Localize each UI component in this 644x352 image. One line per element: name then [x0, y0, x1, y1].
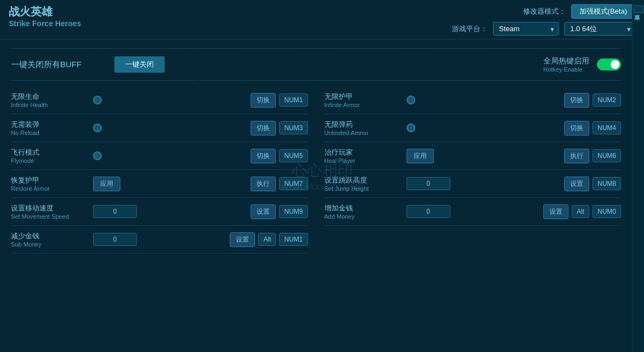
hotkey-label-block: 全局热键启用 Hotkey Enable [543, 56, 589, 73]
left-column: 无限生命 Infinite Health 切换 NUM1 [11, 86, 308, 254]
input-add-money[interactable] [407, 205, 450, 218]
btn-switch-unlimited-ammo[interactable]: 切换 [564, 121, 589, 136]
btn-execute-restore-armor[interactable]: 执行 [251, 177, 276, 191]
feature-row-heal-player: 治疗玩家 Heal Player 应用 执行 NUM6 [324, 142, 622, 170]
label-flymode-cn: 飞行模式 [11, 148, 88, 157]
hotkey-unlimited-ammo: NUM4 [593, 121, 621, 134]
sidebar-btn-1[interactable]: 菜单 [634, 5, 643, 13]
hotkey-sub-money-alt: Alt [258, 233, 276, 246]
toggle-flymode[interactable] [93, 151, 102, 160]
feature-row-infinite-health: 无限生命 Infinite Health 切换 NUM1 [11, 86, 308, 114]
label-restore-armor-cn: 恢复护甲 [11, 175, 88, 185]
toggle-infinite-armor[interactable] [407, 96, 415, 104]
toggle-no-reload[interactable] [93, 124, 102, 132]
btn-switch-infinite-health[interactable]: 切换 [251, 93, 276, 108]
main-content: 一键关闭所有BUFF 一键关闭 全局热键启用 Hotkey Enable 无限生… [0, 39, 632, 259]
header: 战火英雄 Strike Force Heroes 修改器模式： 加强模式(Bet… [0, 0, 644, 39]
label-add-money-cn: 增加金钱 [324, 203, 401, 213]
feature-row-movement-speed: 设置移动速度 Set Movement Speed 设置 NUM9 [11, 198, 308, 226]
feature-row-jump-height: 设置跳跃高度 Set Jump Height 设置 NUM8 [324, 170, 622, 198]
btn-set-jump-height[interactable]: 设置 [564, 177, 589, 191]
btn-switch-infinite-armor[interactable]: 切换 [564, 93, 589, 108]
feature-row-add-money: 增加金钱 Add Money 设置 Alt NUM0 [324, 198, 622, 226]
toggle-infinite-health[interactable] [93, 96, 102, 104]
all-buffs-right: 全局热键启用 Hotkey Enable [543, 56, 621, 73]
modifier-row: 修改器模式： 加强模式(Beta) [523, 4, 635, 19]
label-infinite-health-cn: 无限生命 [11, 92, 88, 102]
hotkey-toggle[interactable] [597, 58, 621, 71]
input-sub-money[interactable] [93, 233, 137, 246]
label-movement-speed-cn: 设置移动速度 [11, 203, 88, 213]
all-buffs-label: 一键关闭所有BUFF [11, 60, 82, 70]
btn-switch-no-reload[interactable]: 切换 [251, 121, 276, 136]
btn-set-sub-money[interactable]: 设置 [230, 232, 255, 247]
label-movement-speed-en: Set Movement Speed [11, 213, 88, 220]
close-all-button[interactable]: 一键关闭 [114, 56, 165, 73]
right-column: 无限护甲 Infinite Armor 切换 NUM2 [324, 86, 622, 254]
label-infinite-armor-en: Infinite Armor [324, 102, 401, 108]
platform-row: 游戏平台： Steam Epic 1.0 64位 1.0 32位 [452, 22, 635, 36]
label-flymode-en: Flymode [11, 157, 88, 164]
label-no-reload-en: No Reload [11, 130, 88, 136]
toggle-unlimited-ammo[interactable] [407, 124, 415, 132]
btn-apply-restore-armor[interactable]: 应用 [93, 177, 120, 191]
feature-row-restore-armor: 恢复护甲 Restore Armor 应用 执行 NUM7 [11, 170, 308, 198]
label-unlimited-ammo-cn: 无限弹药 [324, 120, 401, 130]
all-buffs-left: 一键关闭所有BUFF 一键关闭 [11, 56, 165, 73]
feature-row-no-reload: 无需装弹 No Reload 切换 NUM3 [11, 114, 308, 142]
platform-label: 游戏平台： [452, 24, 488, 34]
hotkey-infinite-armor: NUM2 [593, 93, 621, 107]
platform-select-wrapper[interactable]: Steam Epic [493, 22, 559, 36]
btn-set-add-money[interactable]: 设置 [543, 204, 568, 219]
label-sub-money-en: Sub Money [11, 241, 88, 248]
label-no-reload-cn: 无需装弹 [11, 120, 88, 130]
feature-row-infinite-armor: 无限护甲 Infinite Armor 切换 NUM2 [324, 86, 622, 114]
hotkey-heal-player: NUM6 [593, 149, 621, 162]
title-cn: 战火英雄 [9, 4, 81, 19]
modifier-label: 修改器模式： [523, 7, 566, 16]
all-buffs-row: 一键关闭所有BUFF 一键关闭 全局热键启用 Hotkey Enable [11, 54, 621, 77]
hotkey-label-cn: 全局热键启用 [543, 56, 589, 66]
feature-row-flymode: 飞行模式 Flymode 切换 NUM5 [11, 142, 308, 170]
label-heal-player-cn: 治疗玩家 [324, 148, 401, 157]
hotkey-movement-speed: NUM9 [279, 205, 308, 218]
label-infinite-armor-cn: 无限护甲 [324, 92, 401, 102]
hotkey-flymode: NUM5 [279, 149, 308, 162]
label-unlimited-ammo-en: Unlimited Ammo [324, 130, 401, 136]
hotkey-label-en: Hotkey Enable [543, 66, 589, 73]
label-jump-height-cn: 设置跳跃高度 [324, 175, 401, 185]
platform-select[interactable]: Steam Epic [493, 22, 559, 36]
input-jump-height[interactable] [407, 177, 450, 190]
btn-execute-heal-player[interactable]: 执行 [564, 149, 589, 163]
label-restore-armor-en: Restore Armor [11, 185, 88, 192]
divider-top [11, 48, 621, 49]
btn-set-movement-speed[interactable]: 设置 [251, 204, 276, 219]
version-select[interactable]: 1.0 64位 1.0 32位 [564, 22, 635, 36]
label-jump-height-en: Set Jump Height [324, 185, 401, 192]
hotkey-no-reload: NUM3 [279, 121, 308, 134]
btn-switch-flymode[interactable]: 切换 [251, 149, 276, 163]
hotkey-restore-armor: NUM7 [279, 177, 308, 190]
btn-apply-heal-player[interactable]: 应用 [407, 149, 434, 163]
hotkey-add-money-num: NUM0 [593, 205, 621, 218]
title-block: 战火英雄 Strike Force Heroes [9, 4, 81, 28]
label-sub-money-cn: 减少金钱 [11, 231, 88, 241]
features-grid: 无限生命 Infinite Health 切换 NUM1 [11, 86, 621, 254]
mode-badge: 加强模式(Beta) [571, 4, 635, 19]
label-heal-player-en: Heal Player [324, 157, 401, 164]
app-container: 战火英雄 Strike Force Heroes 修改器模式： 加强模式(Bet… [0, 0, 644, 352]
feature-row-unlimited-ammo: 无限弹药 Unlimited Ammo 切换 NUM4 [324, 114, 622, 142]
input-movement-speed[interactable] [93, 205, 137, 218]
divider-mid [11, 80, 621, 81]
version-select-wrapper[interactable]: 1.0 64位 1.0 32位 [564, 22, 635, 36]
hotkey-add-money-alt: Alt [572, 205, 589, 218]
header-right: 修改器模式： 加强模式(Beta) 游戏平台： Steam Epic 1.0 6… [452, 4, 635, 36]
label-infinite-health-en: Infinite Health [11, 102, 88, 108]
right-sidebar: 菜单 [632, 0, 644, 352]
feature-row-sub-money: 减少金钱 Sub Money 设置 Alt NUM1 [11, 226, 308, 254]
label-add-money-en: Add Money [324, 213, 401, 220]
hotkey-infinite-health: NUM1 [279, 93, 308, 107]
hotkey-sub-money-num: NUM1 [279, 233, 308, 246]
title-en: Strike Force Heroes [9, 19, 81, 28]
hotkey-jump-height: NUM8 [593, 177, 621, 190]
